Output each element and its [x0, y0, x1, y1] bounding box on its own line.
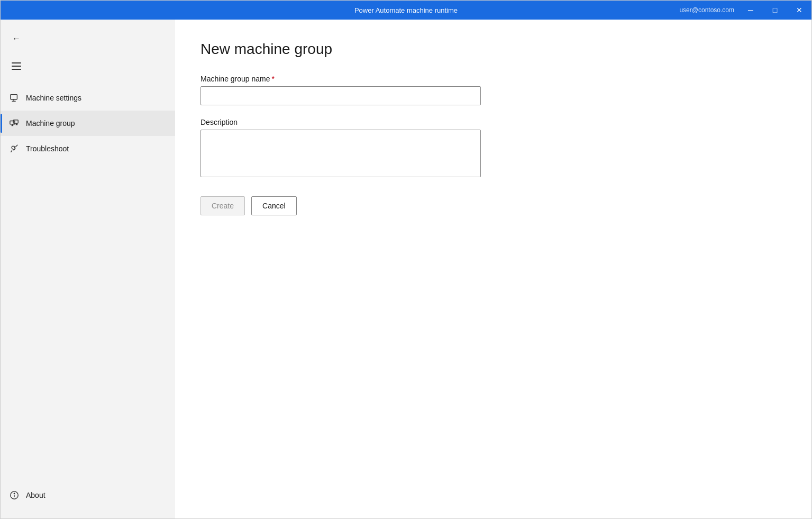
title-bar-center: Power Automate machine runtime — [271, 6, 541, 14]
title-bar-right: user@contoso.com ─ □ ✕ — [541, 1, 811, 20]
cancel-button[interactable]: Cancel — [251, 196, 297, 215]
window-controls: ─ □ ✕ — [738, 1, 811, 20]
sidebar-label-troubleshoot: Troubleshoot — [26, 144, 69, 153]
title-bar: Power Automate machine runtime user@cont… — [1, 1, 811, 20]
back-icon: ← — [12, 34, 21, 43]
svg-point-12 — [14, 493, 14, 494]
description-label: Description — [200, 118, 786, 126]
main-content: New machine group Machine group name* De… — [175, 20, 811, 518]
close-button[interactable]: ✕ — [787, 1, 811, 20]
required-asterisk: * — [272, 75, 275, 83]
sidebar: ← — [1, 20, 175, 518]
description-group: Description — [200, 118, 786, 179]
sidebar-label-about: About — [26, 491, 45, 499]
sidebar-label-machine-settings: Machine settings — [26, 94, 81, 102]
form-actions: Create Cancel — [200, 196, 786, 215]
troubleshoot-icon — [9, 143, 20, 154]
sidebar-nav: Machine settings — [1, 85, 175, 161]
machine-group-name-group: Machine group name* — [200, 75, 786, 105]
sidebar-item-troubleshoot[interactable]: Troubleshoot — [1, 136, 175, 161]
about-icon — [9, 490, 20, 500]
svg-rect-3 — [10, 121, 15, 124]
page-title: New machine group — [200, 41, 786, 58]
app-title: Power Automate machine runtime — [354, 6, 458, 14]
hamburger-button[interactable] — [5, 54, 28, 78]
user-info: user@contoso.com — [679, 6, 734, 14]
app-body: ← — [1, 20, 811, 518]
sidebar-item-machine-settings[interactable]: Machine settings — [1, 85, 175, 111]
hamburger-line-1 — [12, 62, 21, 63]
sidebar-item-about[interactable]: About — [1, 482, 175, 508]
sidebar-label-machine-group: Machine group — [26, 119, 75, 128]
machine-group-icon — [9, 118, 20, 129]
hamburger-line-2 — [12, 66, 21, 67]
restore-button[interactable]: □ — [763, 1, 787, 20]
svg-line-9 — [15, 145, 18, 148]
svg-rect-0 — [11, 95, 17, 99]
app-window: Power Automate machine runtime user@cont… — [0, 0, 812, 519]
sidebar-bottom: About — [1, 482, 175, 513]
sidebar-top: ← — [1, 20, 175, 161]
minimize-button[interactable]: ─ — [738, 1, 763, 20]
machine-settings-icon — [9, 93, 20, 103]
hamburger-line-3 — [12, 69, 21, 70]
machine-group-name-input[interactable] — [200, 86, 481, 105]
back-button[interactable]: ← — [5, 27, 28, 50]
description-input[interactable] — [200, 130, 481, 177]
sidebar-item-machine-group[interactable]: Machine group — [1, 111, 175, 136]
machine-group-name-label: Machine group name* — [200, 75, 786, 83]
create-button[interactable]: Create — [200, 196, 245, 215]
svg-rect-4 — [13, 120, 18, 123]
